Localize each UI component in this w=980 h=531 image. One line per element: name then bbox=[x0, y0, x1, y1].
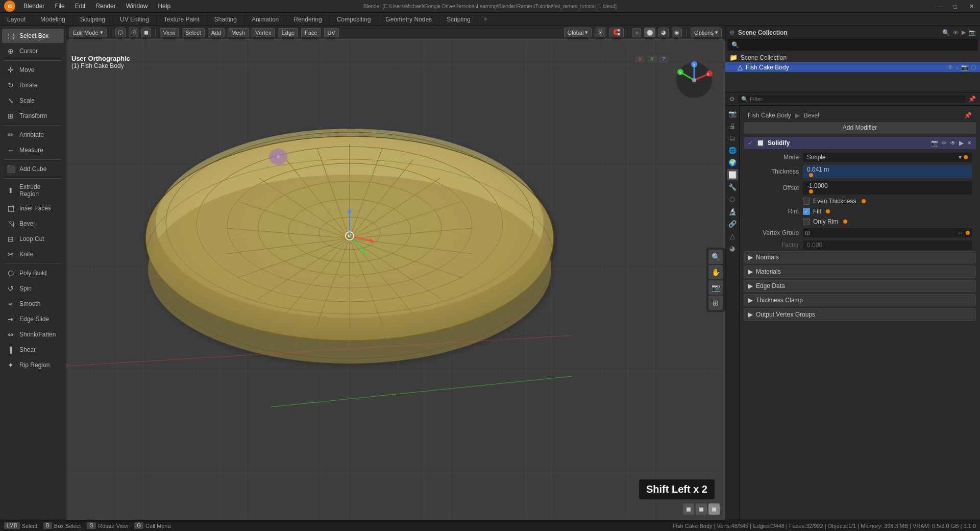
tool-edge-slide[interactable]: ⇥ Edge Slide bbox=[2, 312, 64, 326]
view-layer-props-icon[interactable]: 🗂 bbox=[727, 132, 738, 143]
tool-measure[interactable]: ↔ Measure bbox=[2, 143, 64, 157]
tab-texture-paint[interactable]: Texture Paint bbox=[157, 13, 207, 26]
face-select-mode[interactable]: ◼ bbox=[141, 28, 151, 37]
output-props-icon[interactable]: 🖨 bbox=[727, 120, 738, 131]
y-axis-btn[interactable]: Y bbox=[647, 56, 657, 63]
snap-toggle[interactable]: 🧲 bbox=[609, 28, 624, 37]
data-props-icon[interactable]: △ bbox=[727, 230, 738, 242]
tool-extrude-region[interactable]: ⬆ Extrude Region bbox=[2, 181, 64, 200]
tab-uv-editing[interactable]: UV Editing bbox=[113, 13, 157, 26]
face-menu[interactable]: Face bbox=[301, 28, 321, 37]
tab-compositing[interactable]: Compositing bbox=[330, 13, 379, 26]
grid-button[interactable]: ⊞ bbox=[708, 296, 723, 310]
object-props-icon[interactable]: ⬜ bbox=[727, 169, 738, 180]
modifier-delete-icon[interactable]: ✕ bbox=[967, 139, 972, 147]
even-thickness-checkbox[interactable] bbox=[803, 198, 810, 205]
edge-select-mode[interactable]: ⊡ bbox=[129, 28, 138, 37]
material-props-icon[interactable]: ◕ bbox=[727, 243, 738, 254]
close-button[interactable]: ✕ bbox=[963, 0, 980, 13]
outliner-scene-collection[interactable]: 📁 Scene Collection bbox=[725, 53, 980, 62]
tool-rotate[interactable]: ↻ Rotate bbox=[2, 78, 64, 92]
tool-loop-cut[interactable]: ⊟ Loop Cut bbox=[2, 232, 64, 246]
tool-scale[interactable]: ⤡ Scale bbox=[2, 93, 64, 108]
mesh-object[interactable] bbox=[66, 39, 725, 520]
tool-spin[interactable]: ↺ Spin bbox=[2, 281, 64, 296]
modifier-edit-icon[interactable]: ✏ bbox=[942, 139, 947, 147]
offset-field[interactable]: -1.0000 bbox=[803, 181, 972, 195]
tool-transform[interactable]: ⊞ Transform bbox=[2, 109, 64, 123]
maximize-button[interactable]: □ bbox=[947, 0, 963, 13]
select-circle-icon[interactable]: ○ bbox=[955, 64, 959, 71]
x-axis-btn[interactable]: X bbox=[635, 56, 645, 63]
vertex-menu[interactable]: Vertex bbox=[252, 28, 275, 37]
menu-file[interactable]: File bbox=[51, 2, 68, 11]
thickness-clamp-collapse-header[interactable]: ▶ Thickness Clamp bbox=[744, 295, 975, 306]
pan-button[interactable]: ✋ bbox=[708, 265, 723, 279]
viewport-canvas[interactable]: User Orthographic (1) Fish Cake Body X Y bbox=[66, 39, 725, 520]
particles-props-icon[interactable]: ⬡ bbox=[727, 194, 738, 205]
tool-poly-build[interactable]: ⬡ Poly Build bbox=[2, 266, 64, 280]
fill-checkbox[interactable]: ✓ bbox=[803, 208, 810, 215]
tab-shading[interactable]: Shading bbox=[207, 13, 244, 26]
materials-collapse-header[interactable]: ▶ Materials bbox=[744, 266, 975, 277]
tab-scripting[interactable]: Scripting bbox=[439, 13, 478, 26]
mesh-menu[interactable]: Mesh bbox=[228, 28, 249, 37]
tool-shear[interactable]: ∥ Shear bbox=[2, 343, 64, 357]
tool-bevel[interactable]: ◹ Bevel bbox=[2, 216, 64, 231]
z-axis-btn[interactable]: Z bbox=[659, 56, 669, 63]
select-menu[interactable]: Select bbox=[182, 28, 205, 37]
tab-sculpting[interactable]: Sculpting bbox=[73, 13, 113, 26]
navigation-gizmo[interactable]: X Y Z bbox=[674, 60, 715, 101]
output-vertex-groups-collapse-header[interactable]: ▶ Output Vertex Groups bbox=[744, 309, 975, 320]
zoom-in-button[interactable]: 🔍 bbox=[708, 250, 723, 264]
modifier-realtime-icon[interactable]: 👁 bbox=[950, 139, 956, 147]
3d-viewport[interactable]: Edit Mode ▾ ⬡ ⊡ ◼ View Select Add Mesh V… bbox=[66, 26, 725, 520]
world-props-icon[interactable]: 🌍 bbox=[727, 157, 738, 168]
pin-icon[interactable]: 📌 bbox=[964, 112, 972, 119]
wireframe-mode[interactable]: ○ bbox=[632, 28, 641, 37]
modifier-cam-icon[interactable]: 📷 bbox=[931, 139, 939, 147]
solidify-toggle[interactable]: ✓ bbox=[748, 139, 753, 147]
outliner-select-icon[interactable]: ▶ bbox=[962, 29, 966, 36]
modifier-props-icon[interactable]: 🔧 bbox=[727, 181, 738, 192]
tool-cursor[interactable]: ⊕ Cursor bbox=[2, 44, 64, 58]
vertex-group-field[interactable]: ⊞ ↔ bbox=[803, 228, 972, 237]
tool-shrink-fatten[interactable]: ⇔ Shrink/Fatten bbox=[2, 327, 64, 342]
tool-rip-region[interactable]: ✦ Rip Region bbox=[2, 358, 64, 372]
visibility-eye-icon[interactable]: 👁 bbox=[947, 64, 953, 71]
vertex-select-mode[interactable]: ⬡ bbox=[115, 28, 126, 37]
bevel-crumb[interactable]: Bevel bbox=[804, 112, 819, 119]
render-camera-icon[interactable]: 📷 bbox=[961, 64, 969, 71]
modifier-render-icon[interactable]: ▶ bbox=[959, 139, 964, 147]
only-rim-checkbox[interactable] bbox=[803, 218, 810, 225]
properties-pin-icon[interactable]: 📌 bbox=[968, 95, 976, 103]
add-menu[interactable]: Add bbox=[208, 28, 225, 37]
pivot-point[interactable]: ⊙ bbox=[595, 28, 606, 37]
corner-btn-1[interactable]: ◼ bbox=[683, 503, 694, 515]
scene-props-icon[interactable]: 🌐 bbox=[727, 144, 738, 156]
corner-btn-3[interactable]: ◼ bbox=[708, 503, 720, 515]
tab-geometry-nodes[interactable]: Geometry Nodes bbox=[378, 13, 439, 26]
tool-move[interactable]: ✛ Move bbox=[2, 63, 64, 77]
uv-menu[interactable]: UV bbox=[324, 28, 339, 37]
menu-blender[interactable]: Blender bbox=[19, 2, 48, 11]
edge-data-collapse-header[interactable]: ▶ Edge Data bbox=[744, 280, 975, 292]
outliner-search-icon[interactable]: 🔍 bbox=[942, 29, 950, 36]
physics-props-icon[interactable]: 🔬 bbox=[727, 206, 738, 217]
properties-search-input[interactable] bbox=[738, 95, 965, 103]
tool-add-cube[interactable]: ⬛ Add Cube bbox=[2, 162, 64, 176]
outliner-filter-icon[interactable]: ⚙ bbox=[729, 29, 735, 36]
transform-orientation[interactable]: Global ▾ bbox=[564, 28, 592, 37]
tool-annotate[interactable]: ✏ Annotate bbox=[2, 128, 64, 142]
view-menu[interactable]: View bbox=[160, 28, 179, 37]
material-preview[interactable]: ◕ bbox=[658, 28, 669, 37]
render-props-icon[interactable]: 📷 bbox=[727, 108, 738, 119]
tool-smooth[interactable]: ≈ Smooth bbox=[2, 297, 64, 311]
thickness-field[interactable]: 0.041 m bbox=[803, 165, 972, 178]
tab-layout[interactable]: Layout bbox=[0, 13, 33, 26]
add-workspace-button[interactable]: ＋ bbox=[478, 13, 493, 26]
tool-knife[interactable]: ✂ Knife bbox=[2, 247, 64, 261]
edge-menu[interactable]: Edge bbox=[278, 28, 298, 37]
rendered-mode[interactable]: ◉ bbox=[672, 28, 682, 37]
solid-mode[interactable]: ⬤ bbox=[644, 28, 655, 37]
